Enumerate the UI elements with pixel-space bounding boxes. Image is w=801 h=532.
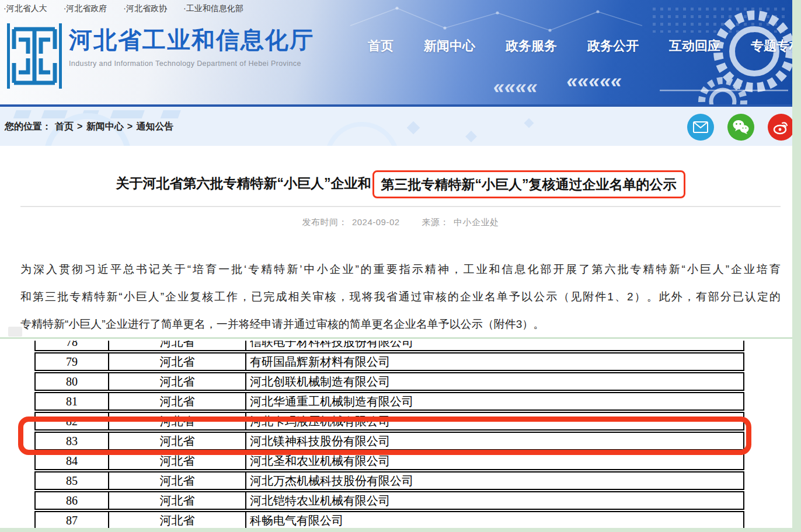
province-cell: 河北省 [109,413,246,429]
main-nav: 首页新闻中心政务服务政务公开互动回应专题专栏 [368,37,801,55]
table-row: 83 河北省 河北镁神科技股份有限公司 [34,432,744,450]
article-body: 为深入贯彻习近平总书记关于“培育一批‘专精特新’中小企业”的重要指示精神，工业和… [20,256,781,338]
article-title-part2: 第三批专精特新“小巨人”复核通过企业名单的公示 [381,177,677,192]
row-number-cell: 85 [36,473,109,489]
table-row: 85 河北省 河北万杰机械科技股份有限公司 [34,471,744,490]
table-row: 84 河北省 河北圣和农业机械有限公司 [34,452,744,470]
publish-label: 发布时间： [302,217,347,227]
province-cell: 河北省 [109,453,246,469]
breadcrumb-band: 您的位置： 首页新闻中心通知公告 [0,104,801,146]
breadcrumb-item[interactable]: 新闻中心 [77,121,124,133]
company-list-sheet: 78 河北省 信联电子材料科技股份有限公司 79 河北省 有研国晶辉新材料有限公… [0,337,801,528]
green-mat-right [792,0,801,532]
site-title-english: Industry and Information Technology Depa… [69,60,314,68]
table-row: 81 河北省 河北华通重工机械制造有限公司 [34,392,744,411]
province-cell: 河北省 [109,373,246,390]
weibo-icon[interactable] [768,114,795,141]
article-title: 关于河北省第六批专精特新“小巨人”企业和第三批专精特新“小巨人”复核通过企业名单… [0,170,801,198]
nav-item[interactable]: 政务服务 [506,37,557,55]
page-fragment [8,327,22,337]
source-label: 来源： [422,217,450,227]
breadcrumb-items: 首页新闻中心通知公告 [55,121,174,133]
top-link[interactable]: ·工业和信息化部 [183,4,243,14]
province-cell: 河北省 [109,473,246,489]
top-link[interactable]: ·河北省政协 [123,4,167,14]
company-name-cell: 河北圣和农业机械有限公司 [246,453,743,469]
table-row: 80 河北省 河北创联机械制造有限公司 [34,372,744,391]
province-cell: 河北省 [109,341,246,350]
email-icon[interactable] [687,114,714,141]
company-name-cell: 科畅电气有限公司 [246,512,743,528]
company-name-cell: 河北卡玛液压机械有限公司 [246,413,743,429]
company-name-cell: 河北铠特农业机械有限公司 [246,492,743,509]
province-cell: 河北省 [109,492,246,509]
province-cell: 河北省 [109,433,246,449]
company-name-cell: 河北镁神科技股份有限公司 [246,433,743,449]
table-row: 87 河北省 科畅电气有限公司 [34,511,744,528]
article-meta: 发布时间：2024-09-02来源：中小企业处 [0,217,801,228]
company-name-cell: 河北万杰机械科技股份有限公司 [246,473,743,489]
nav-item[interactable]: 首页 [368,37,393,55]
company-name-cell: 河北华通重工机械制造有限公司 [246,393,743,410]
province-cell: 河北省 [109,393,246,410]
table-row: 78 河北省 信联电子材料科技股份有限公司 [34,341,744,351]
title-divider [20,206,781,207]
nav-item[interactable]: 政务公开 [587,37,639,55]
site-title: 河北省工业和信息化厅 [69,27,314,52]
row-number-cell: 84 [36,453,109,469]
row-number-cell: 86 [36,492,109,509]
row-number-cell: 82 [36,413,109,429]
row-number-cell: 80 [36,373,109,390]
row-number-cell: 81 [36,393,109,410]
company-name-cell: 信联电子材料科技股份有限公司 [246,341,743,350]
paragraph-line: 专精特新“小巨人”企业进行了简单更名，一并将经申请并通过审核的简单更名企业名单予… [20,310,781,338]
province-cell: 河北省 [109,512,246,528]
top-link[interactable]: ·河北省政府 [64,4,107,14]
site-brand: 河北省工业和信息化厅 Industry and Information Tech… [69,27,314,68]
site-header: «««« ««««« ·河北省人大·河北省政府·河北省政协·工业和信息化部 河北… [0,0,801,107]
department-logo-icon [7,23,62,89]
nav-item[interactable]: 新闻中心 [424,37,475,55]
breadcrumb-item[interactable]: 首页 [55,121,74,133]
title-red-highlight-box: 第三批专精特新“小巨人”复核通过企业名单的公示 [372,170,685,198]
source-value: 中小企业处 [454,217,499,227]
top-link[interactable]: ·河北省人大 [4,4,47,14]
row-number-cell: 83 [36,433,109,449]
svg-text:«««««: ««««« [565,69,624,92]
table-row: 82 河北省 河北卡玛液压机械有限公司 [34,412,744,430]
svg-text:««««: «««« [492,75,539,97]
breadcrumb-item[interactable]: 通知公告 [127,121,174,133]
row-number-cell: 79 [36,354,109,370]
paragraph-line: 为深入贯彻习近平总书记关于“培育一批‘专精特新’中小企业”的重要指示精神，工业和… [20,256,781,283]
table-row: 86 河北省 河北铠特农业机械有限公司 [34,491,744,510]
breadcrumb-label: 您的位置： [5,121,51,133]
row-number-cell: 78 [36,341,109,350]
company-name-cell: 河北创联机械制造有限公司 [246,373,743,390]
nav-item[interactable]: 互动回应 [669,37,720,55]
social-icons [687,114,795,141]
article-title-part1: 关于河北省第六批专精特新“小巨人”企业和 [116,176,371,191]
province-cell: 河北省 [109,354,246,370]
top-links-bar: ·河北省人大·河北省政府·河北省政协·工业和信息化部 [4,4,243,14]
company-table: 78 河北省 信联电子材料科技股份有限公司 79 河北省 有研国晶辉新材料有限公… [34,341,744,528]
wechat-icon[interactable] [727,114,754,141]
green-mat-bottom [0,528,801,532]
paragraph-line: 和第三批专精特新“小巨人”企业复核工作，已完成相关审核，现将我省通过审核的企业名… [20,283,781,310]
breadcrumb: 您的位置： 首页新闻中心通知公告 [5,121,174,133]
table-row: 79 河北省 有研国晶辉新材料有限公司 [34,352,744,371]
company-table-viewport: 78 河北省 信联电子材料科技股份有限公司 79 河北省 有研国晶辉新材料有限公… [34,341,744,528]
publish-date: 2024-09-02 [352,217,400,227]
article-area: 关于河北省第六批专精特新“小巨人”企业和第三批专精特新“小巨人”复核通过企业名单… [0,146,801,337]
row-number-cell: 87 [36,512,109,528]
company-name-cell: 有研国晶辉新材料有限公司 [246,354,743,370]
